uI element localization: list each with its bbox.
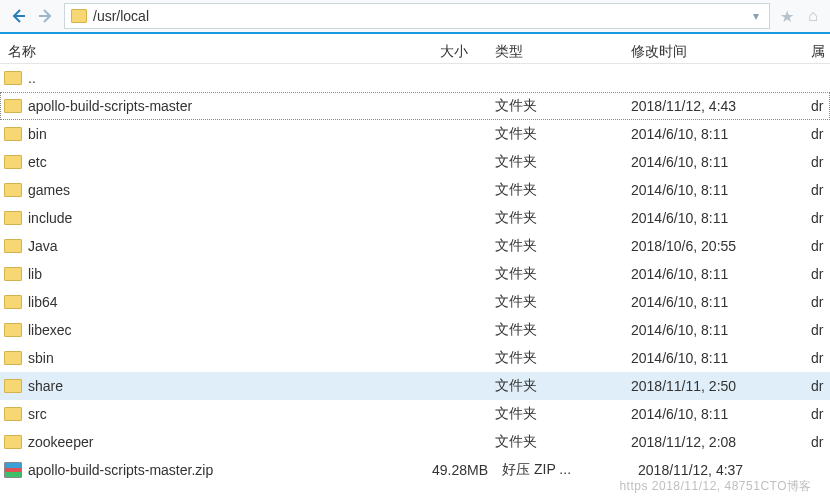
folder-icon: [4, 435, 22, 449]
cell-attr: dr: [803, 406, 828, 422]
cell-name: bin: [0, 126, 432, 142]
file-name: etc: [28, 154, 47, 170]
folder-icon: [71, 9, 87, 23]
cell-attr: dr: [803, 210, 828, 226]
file-name: lib64: [28, 294, 58, 310]
file-name: share: [28, 378, 63, 394]
back-button[interactable]: [4, 3, 32, 29]
file-name: libexec: [28, 322, 72, 338]
cell-type: 文件夹: [487, 405, 623, 423]
cell-name: lib: [0, 266, 432, 282]
cell-type: 文件夹: [487, 181, 623, 199]
table-row[interactable]: lib64文件夹2014/6/10, 8:11dr: [0, 288, 830, 316]
cell-attr: dr: [803, 98, 828, 114]
header-mtime[interactable]: 修改时间: [623, 43, 803, 61]
folder-icon: [4, 267, 22, 281]
cell-type: 文件夹: [487, 433, 623, 451]
header-type[interactable]: 类型: [487, 43, 623, 61]
cell-name: apollo-build-scripts-master.zip: [0, 462, 432, 478]
cell-mtime: 2018/11/12, 4:37: [630, 462, 810, 478]
table-row[interactable]: sbin文件夹2014/6/10, 8:11dr: [0, 344, 830, 372]
folder-icon: [4, 99, 22, 113]
header-name[interactable]: 名称: [0, 43, 432, 61]
cell-mtime: 2014/6/10, 8:11: [623, 210, 803, 226]
table-row[interactable]: Java文件夹2018/10/6, 20:55dr: [0, 232, 830, 260]
chevron-down-icon[interactable]: ▾: [749, 9, 763, 23]
cell-mtime: 2014/6/10, 8:11: [623, 322, 803, 338]
cell-mtime: 2014/6/10, 8:11: [623, 350, 803, 366]
table-row[interactable]: games文件夹2014/6/10, 8:11dr: [0, 176, 830, 204]
table-row[interactable]: share文件夹2018/11/11, 2:50dr: [0, 372, 830, 400]
star-icon: ★: [780, 7, 794, 26]
archive-icon: [4, 462, 22, 478]
cell-attr: dr: [803, 378, 828, 394]
cell-name: lib64: [0, 294, 432, 310]
table-row[interactable]: bin文件夹2014/6/10, 8:11dr: [0, 120, 830, 148]
cell-mtime: 2014/6/10, 8:11: [623, 294, 803, 310]
cell-name: apollo-build-scripts-master: [0, 98, 432, 114]
cell-attr: dr: [803, 350, 828, 366]
address-path: /usr/local: [93, 8, 749, 24]
cell-type: 文件夹: [487, 153, 623, 171]
cell-attr: dr: [803, 266, 828, 282]
bookmark-button[interactable]: ★: [774, 3, 800, 29]
cell-name: etc: [0, 154, 432, 170]
header-attr[interactable]: 属: [803, 43, 828, 61]
folder-icon: [4, 379, 22, 393]
folder-icon: [4, 407, 22, 421]
file-name: ..: [28, 70, 36, 86]
cell-attr: dr: [803, 294, 828, 310]
cell-name: games: [0, 182, 432, 198]
header-size[interactable]: 大小: [432, 43, 487, 61]
cell-type: 文件夹: [487, 321, 623, 339]
table-row[interactable]: libexec文件夹2014/6/10, 8:11dr: [0, 316, 830, 344]
cell-type: 文件夹: [487, 237, 623, 255]
table-row[interactable]: apollo-build-scripts-master.zip49.28MB好压…: [0, 456, 830, 484]
folder-icon: [4, 239, 22, 253]
folder-icon: [4, 127, 22, 141]
table-row[interactable]: apollo-build-scripts-master文件夹2018/11/12…: [0, 92, 830, 120]
cell-mtime: 2018/11/11, 2:50: [623, 378, 803, 394]
table-row[interactable]: etc文件夹2014/6/10, 8:11dr: [0, 148, 830, 176]
cell-mtime: 2014/6/10, 8:11: [623, 182, 803, 198]
forward-button[interactable]: [32, 3, 60, 29]
cell-type: 文件夹: [487, 377, 623, 395]
cell-mtime: 2014/6/10, 8:11: [623, 406, 803, 422]
cell-mtime: 2018/11/12, 4:43: [623, 98, 803, 114]
cell-attr: dr: [803, 126, 828, 142]
cell-name: ..: [0, 70, 432, 86]
folder-up-icon: [4, 71, 22, 85]
cell-name: sbin: [0, 350, 432, 366]
table-row[interactable]: ..: [0, 64, 830, 92]
cell-mtime: 2014/6/10, 8:11: [623, 126, 803, 142]
file-name: src: [28, 406, 47, 422]
cell-attr: dr: [803, 238, 828, 254]
cell-name: share: [0, 378, 432, 394]
cell-type: 文件夹: [487, 293, 623, 311]
cell-type: 文件夹: [487, 97, 623, 115]
folder-icon: [4, 351, 22, 365]
column-headers: 名称 大小 类型 修改时间 属: [0, 34, 830, 64]
cell-mtime: 2014/6/10, 8:11: [623, 266, 803, 282]
file-name: apollo-build-scripts-master.zip: [28, 462, 213, 478]
table-row[interactable]: src文件夹2014/6/10, 8:11dr: [0, 400, 830, 428]
table-row[interactable]: zookeeper文件夹2018/11/12, 2:08dr: [0, 428, 830, 456]
home-button[interactable]: ⌂: [800, 3, 826, 29]
table-row[interactable]: lib文件夹2014/6/10, 8:11dr: [0, 260, 830, 288]
file-name: include: [28, 210, 72, 226]
arrow-left-icon: [10, 8, 26, 24]
cell-name: libexec: [0, 322, 432, 338]
cell-name: Java: [0, 238, 432, 254]
cell-mtime: 2014/6/10, 8:11: [623, 154, 803, 170]
cell-mtime: 2018/10/6, 20:55: [623, 238, 803, 254]
file-name: apollo-build-scripts-master: [28, 98, 192, 114]
cell-size: 49.28MB: [432, 462, 494, 478]
file-name: games: [28, 182, 70, 198]
address-bar[interactable]: /usr/local ▾: [64, 3, 770, 29]
cell-name: src: [0, 406, 432, 422]
table-row[interactable]: include文件夹2014/6/10, 8:11dr: [0, 204, 830, 232]
toolbar: /usr/local ▾ ★ ⌂: [0, 0, 830, 34]
cell-type: 文件夹: [487, 209, 623, 227]
file-name: Java: [28, 238, 58, 254]
cell-type: 文件夹: [487, 265, 623, 283]
